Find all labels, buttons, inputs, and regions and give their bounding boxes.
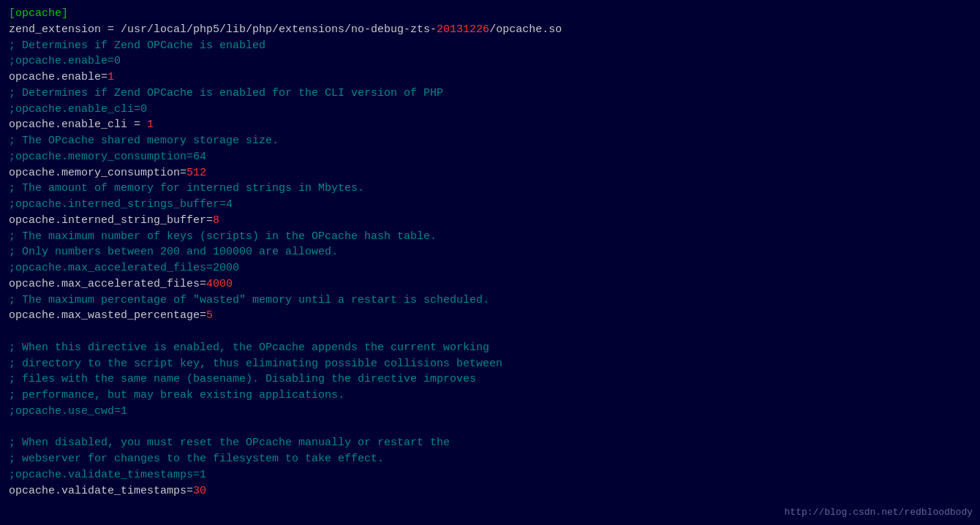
code-line: ;opcache.interned_strings_buffer=4 bbox=[9, 197, 971, 213]
code-line: ; When this directive is enabled, the OP… bbox=[9, 340, 971, 356]
code-line: ; The maximum percentage of "wasted" mem… bbox=[9, 292, 971, 309]
code-line: ; Determines if Zend OPCache is enabled bbox=[9, 38, 971, 54]
code-line: ;opcache.use_cwd=1 bbox=[9, 404, 971, 420]
code-line: ; Only numbers between 200 and 100000 ar… bbox=[9, 244, 971, 260]
code-line: ; directory to the script key, thus elim… bbox=[9, 356, 971, 372]
code-line: opcache.max_wasted_percentage=5 bbox=[9, 308, 971, 324]
code-line: ;opcache.validate_timestamps=1 bbox=[9, 467, 971, 483]
code-line: opcache.validate_timestamps=30 bbox=[9, 483, 971, 499]
code-line: opcache.memory_consumption=512 bbox=[9, 165, 971, 181]
code-line: opcache.enable=1 bbox=[9, 69, 971, 86]
code-editor: [opcache]zend_extension = /usr/local/php… bbox=[9, 6, 971, 499]
code-line: ; webserver for changes to the filesyste… bbox=[9, 451, 971, 467]
code-line: ; The maximum number of keys (scripts) i… bbox=[9, 229, 971, 245]
code-line: ;opcache.enable=0 bbox=[9, 53, 971, 69]
code-line: zend_extension = /usr/local/php5/lib/php… bbox=[9, 22, 971, 38]
code-line: ; files with the same name (basename). D… bbox=[9, 371, 971, 388]
code-line: ; The OPcache shared memory storage size… bbox=[9, 133, 971, 149]
code-line: ;opcache.enable_cli=0 bbox=[9, 102, 971, 118]
code-line: ;opcache.memory_consumption=64 bbox=[9, 149, 971, 165]
code-line: [opcache] bbox=[9, 6, 971, 22]
code-line: opcache.enable_cli = 1 bbox=[9, 117, 971, 133]
code-line: opcache.interned_string_buffer=8 bbox=[9, 213, 971, 229]
code-line: ; The amount of memory for interned stri… bbox=[9, 181, 971, 197]
code-line bbox=[9, 420, 971, 436]
code-line: ; When disabled, you must reset the OPca… bbox=[9, 435, 971, 451]
code-line: ; performance, but may break existing ap… bbox=[9, 388, 971, 404]
code-line: ; Determines if Zend OPCache is enabled … bbox=[9, 86, 971, 102]
code-line: ;opcache.max_accelerated_files=2000 bbox=[9, 260, 971, 276]
code-line bbox=[9, 324, 971, 340]
code-line: opcache.max_accelerated_files=4000 bbox=[9, 276, 971, 292]
watermark: http://blog.csdn.net/redbloodbody bbox=[785, 507, 973, 518]
